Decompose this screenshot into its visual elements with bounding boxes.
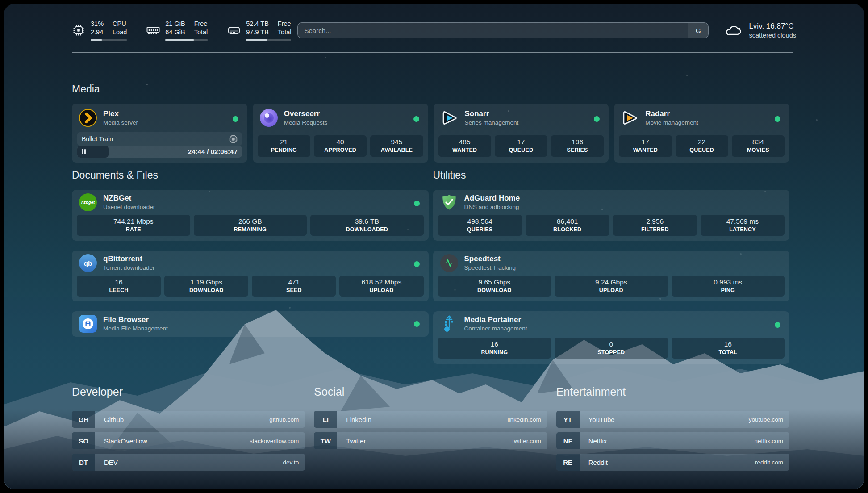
service-name: NZBGet [103, 193, 155, 203]
stat-value: 22 [676, 138, 728, 146]
bookmark-github[interactable]: GH Github github.com [72, 411, 305, 428]
stat-label: DOWNLOADED [310, 226, 424, 234]
bookmark-abbr: GH [72, 411, 95, 428]
cpu-progress-fill [91, 39, 102, 41]
filebrowser-icon [79, 315, 97, 333]
stat-label: DOWNLOAD [438, 287, 551, 294]
service-description: Media server [103, 119, 138, 127]
stat-rate: 744.21 Mbps RATE [77, 215, 190, 236]
bookmark-dev[interactable]: DT DEV dev.to [72, 454, 305, 471]
stat-queued: 22 QUEUED [676, 135, 728, 157]
stat-value: 471 [252, 278, 336, 287]
stat-pending: 21 PENDING [258, 135, 310, 157]
bookmark-name: LinkedIn [338, 411, 507, 428]
cpu-icon [72, 23, 85, 38]
pause-icon [82, 149, 83, 154]
ram-progress-fill [165, 39, 194, 41]
cpu-progress-bar [91, 39, 127, 41]
bookmark-name: Github [96, 411, 269, 428]
service-card-sonarr[interactable]: Sonarr Series management 485 WANTED 17 Q… [434, 104, 609, 163]
service-card-speedtest[interactable]: Speedtest Speedtest Tracking 9.65 Gbps D… [433, 251, 790, 301]
bookmark-linkedin[interactable]: LI LinkedIn linkedin.com [314, 411, 547, 428]
weather-location-temp: Lviv, 16.87°C [749, 21, 796, 31]
bookmark-reddit[interactable]: RE Reddit reddit.com [556, 454, 789, 471]
stat-upload: 9.24 Gbps UPLOAD [555, 276, 668, 297]
stat-label: PING [672, 287, 785, 294]
bookmark-group-social: Social LI LinkedIn linkedin.com TW Twitt… [314, 384, 547, 471]
playback-progress-bar[interactable]: 24:44 / 02:06:47 [77, 146, 242, 158]
service-card-portainer[interactable]: Media Portainer Container management 16 … [433, 311, 790, 364]
service-card-overseerr[interactable]: Overseerr Media Requests 21 PENDING 40 A… [253, 104, 428, 163]
nzbget-icon-text: nzbget [81, 200, 95, 205]
service-card-filebrowser[interactable]: File Browser Media File Management [72, 311, 429, 337]
stat-label: REMAINING [194, 226, 307, 234]
service-card-nzbget[interactable]: nzbget NZBGet Usenet downloader 744.21 M… [72, 190, 429, 241]
service-name: Plex [103, 109, 138, 119]
stat-value: 196 [551, 138, 604, 146]
service-card-adguard[interactable]: AdGuard Home DNS and adblocking 498,564 … [433, 190, 790, 241]
adguard-icon [440, 193, 458, 211]
stat-label: QUEUED [495, 146, 547, 154]
service-name: Sonarr [465, 109, 519, 119]
section-title-documents: Documents & Files [72, 168, 429, 182]
stat-value: 39.6 TB [310, 217, 424, 226]
ram-total-value: 64 GiB [165, 28, 185, 37]
disk-total-label: Total [278, 28, 292, 37]
cpu-usage-value: 31% [91, 20, 104, 28]
service-description: Container management [464, 325, 527, 333]
service-card-plex[interactable]: Plex Media server Bullet Train [72, 104, 247, 163]
section-utilities: Utilities [433, 168, 790, 364]
ram-progress-bar [165, 39, 208, 41]
bookmark-youtube[interactable]: YT YouTube youtube.com [556, 411, 789, 428]
search-provider-button[interactable]: G [688, 23, 708, 38]
bookmark-group-entertainment: Entertainment YT YouTube youtube.com NF … [556, 384, 789, 471]
status-dot [413, 116, 419, 122]
stat-label: RATE [77, 226, 190, 234]
stat-label: UPLOAD [555, 287, 668, 294]
bookmark-name: Reddit [580, 454, 755, 471]
stat-value: 485 [438, 138, 491, 146]
status-dot [775, 116, 780, 122]
section-media: Media Plex Media server B [72, 82, 789, 163]
qbittorrent-icon-text: qb [84, 259, 92, 267]
bookmark-abbr: SO [72, 432, 95, 449]
stat-value: 9.65 Gbps [438, 278, 551, 287]
header-divider [72, 52, 793, 53]
radarr-icon [621, 109, 639, 127]
status-dot [414, 201, 420, 206]
service-card-qbittorrent[interactable]: qb qBittorrent Torrent downloader 16 LEE… [72, 251, 429, 301]
ram-free-value: 21 GiB [165, 20, 185, 28]
stat-filtered: 2,956 FILTERED [613, 215, 697, 236]
bookmark-group-title: Entertainment [556, 384, 789, 399]
cpu-usage-label: CPU [113, 20, 127, 28]
stat-ping: 0.993 ms PING [672, 276, 785, 297]
service-name: Radarr [645, 109, 698, 119]
stat-blocked: 86,401 BLOCKED [526, 215, 609, 236]
bookmark-url: netflix.com [754, 432, 789, 449]
service-card-radarr[interactable]: Radarr Movie management 17 WANTED 22 QUE… [614, 104, 789, 163]
status-dot [233, 116, 238, 122]
stat-downloaded: 39.6 TB DOWNLOADED [310, 215, 424, 236]
bookmark-stackoverflow[interactable]: SO StackOverflow stackoverflow.com [72, 432, 305, 449]
search-bar[interactable]: G [297, 22, 709, 38]
bookmark-name: Netflix [580, 432, 755, 449]
search-input[interactable] [298, 23, 688, 38]
resource-memory: 21 GiB 64 GiB Free Total [146, 20, 208, 41]
stat-value: 86,401 [526, 217, 609, 226]
section-documents: Documents & Files nzbget NZBGet Usenet d… [72, 168, 429, 364]
stat-label: PENDING [258, 146, 310, 154]
bookmark-netflix[interactable]: NF Netflix netflix.com [556, 432, 789, 449]
stat-label: WANTED [438, 146, 491, 154]
stat-total: 16 TOTAL [672, 338, 785, 359]
stat-value: 266 GB [194, 217, 307, 226]
resource-cpu: 31% 2.94 CPU Load [72, 20, 127, 41]
nzbget-icon: nzbget [79, 193, 97, 211]
playback-elapsed [77, 146, 108, 158]
bookmark-name: StackOverflow [96, 432, 250, 449]
portainer-icon [440, 315, 458, 333]
bookmark-twitter[interactable]: TW Twitter twitter.com [314, 432, 547, 449]
dashboard-window: 31% 2.94 CPU Load [4, 4, 864, 489]
weather-widget[interactable]: Lviv, 16.87°C scattered clouds [725, 21, 796, 40]
bookmark-name: Twitter [338, 432, 512, 449]
stat-remaining: 266 GB REMAINING [194, 215, 307, 236]
